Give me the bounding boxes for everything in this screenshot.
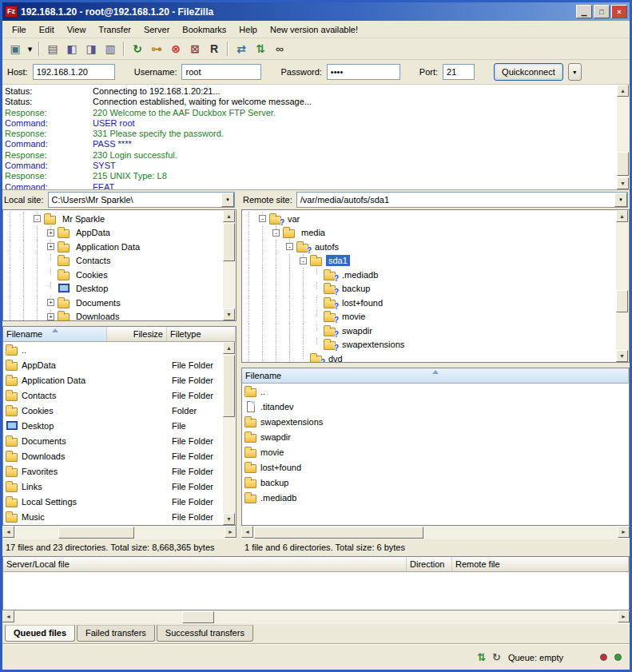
tree-item-var[interactable]: -?var xyxy=(242,212,629,226)
file-row-swapdir[interactable]: swapdir xyxy=(242,429,629,444)
tree-item-label[interactable]: autofs xyxy=(312,241,341,252)
maximize-button[interactable]: □ xyxy=(594,5,610,18)
scroll-down-icon[interactable]: ▼ xyxy=(223,513,235,525)
tree-item-lost-found[interactable]: ?lost+found xyxy=(242,296,629,310)
directory-comparison-button[interactable]: ⇄ xyxy=(232,40,251,58)
refresh-button[interactable]: ↻ xyxy=(128,40,147,58)
site-manager-dropdown-button[interactable]: ▾ xyxy=(25,40,35,58)
scroll-left-icon[interactable]: ◄ xyxy=(241,526,253,538)
disconnect-button[interactable]: ⊠ xyxy=(185,40,205,58)
expander-minus-icon[interactable]: - xyxy=(269,226,283,241)
menu-item-view[interactable]: View xyxy=(61,22,93,37)
tree-item-swapdir[interactable]: ?swapdir xyxy=(242,324,629,338)
scrollbar-thumb[interactable] xyxy=(182,611,214,623)
file-row-appdata[interactable]: AppDataFile Folder xyxy=(3,357,236,372)
scroll-down-icon[interactable]: ▼ xyxy=(616,350,628,362)
file-row-[interactable]: ↑.. xyxy=(3,342,236,357)
tree-item-appdata[interactable]: +AppData xyxy=(3,226,236,241)
local-tree-scrollbar[interactable]: ▲ ▼ xyxy=(223,210,236,320)
tree-item-backup[interactable]: ?backup xyxy=(242,282,629,296)
scroll-up-icon[interactable]: ▲ xyxy=(617,85,629,97)
toggle-message-log-button[interactable]: ▤ xyxy=(43,40,62,58)
scrollbar-thumb[interactable] xyxy=(58,527,134,539)
host-input[interactable] xyxy=(33,64,115,80)
tab-failed-transfers[interactable]: Failed transfers xyxy=(77,625,155,642)
expander-plus-icon[interactable]: + xyxy=(44,310,58,322)
cancel-operation-button[interactable]: ⊗ xyxy=(166,40,185,58)
scrollbar-thumb[interactable] xyxy=(223,355,235,417)
tree-item-sda1[interactable]: -sda1 xyxy=(242,254,629,268)
tree-item-label[interactable]: Application Data xyxy=(74,241,142,252)
column-header-direction[interactable]: Direction xyxy=(407,557,452,571)
tree-item-autofs[interactable]: -?autofs xyxy=(242,240,629,254)
scroll-right-icon[interactable]: ► xyxy=(618,526,630,538)
file-row-music[interactable]: MusicFile Folder xyxy=(3,509,236,524)
find-files-button[interactable]: ∞ xyxy=(270,40,289,58)
scrollbar-thumb[interactable] xyxy=(254,527,423,539)
column-header-filesize[interactable]: Filesize xyxy=(107,327,167,341)
tree-item-label[interactable]: swapextensions xyxy=(340,339,407,350)
toggle-queue-processing-icon[interactable]: ↻ xyxy=(492,652,501,663)
column-header-server-local-file[interactable]: Server/Local file xyxy=(3,557,407,571)
local-list-scrollbar[interactable]: ▲ ▼ xyxy=(223,342,236,525)
password-input[interactable] xyxy=(327,64,400,80)
message-log-scrollbar[interactable]: ▲ ▼ xyxy=(617,85,630,189)
scroll-left-icon[interactable]: ◄ xyxy=(2,610,14,622)
file-row-lost-found[interactable]: lost+found xyxy=(242,459,629,475)
local-site-value[interactable]: C:\Users\Mr Sparkle\ xyxy=(49,195,221,205)
tree-item-label[interactable]: var xyxy=(285,213,302,225)
menu-item-new-version-available[interactable]: New version available! xyxy=(264,22,364,37)
close-button[interactable]: × xyxy=(611,5,627,18)
toggle-transfer-queue-button[interactable]: ▥ xyxy=(101,40,120,58)
tab-successful-transfers[interactable]: Successful transfers xyxy=(157,625,253,642)
tree-item-mr-sparkle[interactable]: -Mr Sparkle xyxy=(3,212,236,226)
tree-item-label[interactable]: Downloads xyxy=(74,311,121,321)
local-list-hscrollbar[interactable]: ◄ ► xyxy=(2,526,237,539)
port-input[interactable] xyxy=(443,64,475,80)
expander-minus-icon[interactable]: - xyxy=(30,212,44,226)
tree-item-swapextensions[interactable]: ?swapextensions xyxy=(242,338,629,352)
tree-item-media[interactable]: -media xyxy=(242,226,629,241)
tree-item-desktop[interactable]: Desktop xyxy=(3,282,236,296)
tree-item-dvd[interactable]: ?dvd xyxy=(242,352,629,363)
scroll-up-icon[interactable]: ▲ xyxy=(223,342,235,354)
tree-item-cookies[interactable]: Cookies xyxy=(3,268,236,282)
quickconnect-dropdown-button[interactable]: ▼ xyxy=(568,63,582,81)
scrollbar-thumb[interactable] xyxy=(616,290,628,312)
tree-item-label[interactable]: dvd xyxy=(326,353,345,363)
tree-item-label[interactable]: Contacts xyxy=(74,255,113,266)
remote-list-hscrollbar[interactable]: ◄ ► xyxy=(241,526,630,539)
file-row-contacts[interactable]: ContactsFile Folder xyxy=(3,388,236,403)
tree-item-contacts[interactable]: Contacts xyxy=(3,254,236,268)
queue-hscrollbar[interactable]: ◄ ► xyxy=(2,610,630,624)
file-row-[interactable]: ↑.. xyxy=(242,384,629,399)
synchronized-browsing-button[interactable]: ⇅ xyxy=(251,40,270,58)
file-row-downloads[interactable]: DownloadsFile Folder xyxy=(3,448,236,463)
tree-item-movie[interactable]: ?movie xyxy=(242,310,629,324)
tree-item-label[interactable]: swapdir xyxy=(340,325,375,336)
column-header-filename[interactable]: Filename xyxy=(242,368,629,383)
scroll-up-icon[interactable]: ▲ xyxy=(616,210,628,222)
file-row-titandev[interactable]: .titandev xyxy=(242,399,629,414)
scrollbar-thumb[interactable] xyxy=(617,152,629,176)
file-row-swapextensions[interactable]: swapextensions xyxy=(242,414,629,429)
menu-item-file[interactable]: File xyxy=(6,22,33,37)
tree-item-label[interactable]: backup xyxy=(340,283,372,294)
file-row-links[interactable]: LinksFile Folder xyxy=(3,479,236,494)
speed-limits-icon[interactable]: ⇅ xyxy=(477,652,486,663)
tree-item-label[interactable]: Mr Sparkle xyxy=(60,213,107,225)
file-row-mediadb[interactable]: .mediadb xyxy=(242,490,629,505)
minimize-button[interactable]: ▁ xyxy=(576,5,592,18)
local-site-combobox[interactable]: C:\Users\Mr Sparkle\ ▼ xyxy=(48,192,235,208)
tree-item-label[interactable]: lost+found xyxy=(340,297,385,308)
toggle-local-tree-button[interactable]: ◧ xyxy=(62,40,81,58)
expander-minus-icon[interactable]: - xyxy=(296,254,310,268)
scroll-right-icon[interactable]: ► xyxy=(618,610,630,622)
chevron-down-icon[interactable]: ▼ xyxy=(221,193,234,207)
file-row-desktop[interactable]: DesktopFile xyxy=(3,418,236,433)
username-input[interactable] xyxy=(181,64,261,80)
tree-item-label[interactable]: Documents xyxy=(74,297,123,308)
menu-item-edit[interactable]: Edit xyxy=(33,22,61,37)
toggle-remote-tree-button[interactable]: ◨ xyxy=(81,40,101,58)
file-row-favorites[interactable]: FavoritesFile Folder xyxy=(3,463,236,479)
